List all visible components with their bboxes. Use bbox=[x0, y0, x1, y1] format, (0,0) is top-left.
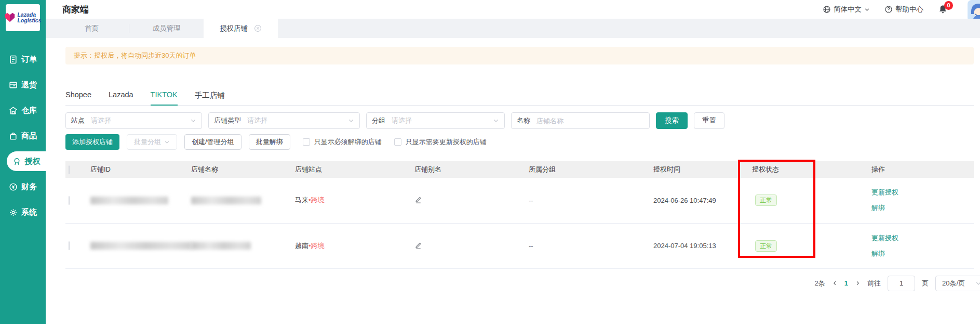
site-select[interactable]: 站点 请选择 bbox=[65, 112, 202, 129]
sidebar-item-returns[interactable]: 退货 bbox=[0, 72, 46, 98]
header-shop-site: 店铺站点 bbox=[291, 161, 410, 178]
tab-label: 授权店铺 bbox=[220, 24, 248, 33]
shop-name-input[interactable] bbox=[536, 117, 644, 125]
row-checkbox[interactable] bbox=[69, 241, 70, 250]
header-auth-status: 授权状态 bbox=[748, 161, 867, 178]
site-select-label: 站点 bbox=[71, 116, 85, 125]
shop-name-field: 名称 bbox=[511, 112, 650, 129]
table-row: 越南•跨境 -- 2024-07-04 19:05:13 正常 更新授权 解绑 bbox=[65, 223, 974, 268]
checkbox-label: 只显示需要更新授权的店铺 bbox=[406, 137, 487, 147]
sidebar-item-label: 退货 bbox=[21, 80, 37, 90]
checkbox-label: 只显示必须解绑的店铺 bbox=[314, 137, 382, 147]
group-select[interactable]: 分组 请选择 bbox=[366, 112, 505, 129]
page-size-value: 20条/页 bbox=[942, 279, 965, 288]
toolbar: 添加授权店铺 批量分组 创建/管理分组 批量解绑 只显示必须解绑的店铺 bbox=[65, 134, 974, 150]
sidebar-item-label: 财务 bbox=[21, 182, 37, 192]
chevron-down-icon bbox=[975, 280, 980, 287]
platform-tab-shopee[interactable]: Shopee bbox=[65, 90, 91, 105]
question-circle-icon bbox=[884, 5, 893, 14]
finance-icon bbox=[9, 183, 18, 191]
header-auth-time: 授权时间 bbox=[649, 161, 748, 178]
create-manage-group-button[interactable]: 创建/管理分组 bbox=[184, 134, 241, 150]
system-gear-icon bbox=[9, 208, 18, 217]
sidebar-item-system[interactable]: 系统 bbox=[0, 200, 46, 225]
lazada-logistics-logo: Lazada Logistics bbox=[6, 4, 40, 31]
goto-label: 前往 bbox=[867, 279, 881, 288]
shop-site: 马来•跨境 bbox=[291, 178, 410, 223]
sidebar-menu: 订单 退货 仓库 商品 授权 财务 bbox=[0, 47, 46, 225]
unbind-link[interactable]: 解绑 bbox=[871, 203, 885, 213]
tab-home[interactable]: 首页 bbox=[55, 19, 129, 38]
goto-page-input[interactable] bbox=[888, 276, 915, 291]
shop-group: -- bbox=[525, 223, 649, 268]
platform-tab-tiktok[interactable]: TIKTOK bbox=[151, 90, 178, 106]
table-row: 马来•跨境 -- 2024-06-26 10:47:49 正常 更新授权 解绑 bbox=[65, 178, 974, 223]
shop-type-select[interactable]: 店铺类型 请选择 bbox=[208, 112, 360, 129]
sidebar-item-label: 授权 bbox=[25, 157, 41, 166]
authorization-icon bbox=[12, 157, 21, 166]
sidebar-item-orders[interactable]: 订单 bbox=[0, 47, 46, 72]
update-auth-link[interactable]: 更新授权 bbox=[871, 234, 898, 243]
checkbox-show-must-unbind[interactable]: 只显示必须解绑的店铺 bbox=[303, 137, 382, 147]
help-label: 帮助中心 bbox=[895, 5, 923, 14]
header-shop-name: 店铺名称 bbox=[187, 161, 291, 178]
app: Lazada Logistics 订单 退货 仓库 商品 bbox=[0, 0, 980, 324]
edit-alias-icon[interactable] bbox=[414, 196, 422, 203]
alert-text: 提示：授权后，将自动同步近30天的订单 bbox=[74, 51, 196, 60]
platform-tab-manual[interactable]: 手工店铺 bbox=[195, 90, 225, 105]
redacted-shop-id bbox=[90, 242, 192, 250]
page-size-select[interactable]: 20条/页 bbox=[935, 276, 980, 291]
next-page-button[interactable] bbox=[855, 280, 861, 286]
group-select-placeholder: 请选择 bbox=[392, 116, 493, 125]
status-badge: 正常 bbox=[755, 240, 777, 252]
chevron-down-icon bbox=[164, 139, 170, 145]
edit-alias-icon[interactable] bbox=[414, 241, 422, 249]
page-unit: 页 bbox=[922, 279, 929, 288]
sidebar-item-products[interactable]: 商品 bbox=[0, 123, 46, 149]
tab-authorized-shops[interactable]: 授权店铺 bbox=[204, 19, 278, 38]
pagination-total: 2条 bbox=[815, 279, 825, 288]
products-icon bbox=[9, 132, 18, 140]
redacted-shop-name bbox=[191, 197, 261, 204]
notifications-button[interactable]: 0 bbox=[938, 5, 948, 15]
status-badge: 正常 bbox=[755, 195, 777, 206]
tab-member-management[interactable]: 成员管理 bbox=[129, 19, 204, 38]
batch-group-button[interactable]: 批量分组 bbox=[127, 134, 177, 150]
add-shop-label: 添加授权店铺 bbox=[72, 137, 113, 147]
sidebar-item-finance[interactable]: 财务 bbox=[0, 174, 46, 200]
content: 提示：授权后，将自动同步近30天的订单 Shopee Lazada TIKTOK… bbox=[46, 38, 980, 324]
select-all-checkbox[interactable] bbox=[69, 165, 70, 174]
topbar: 商家端 简体中文 帮助中心 0 bbox=[46, 0, 980, 19]
table-header-row: 店铺ID 店铺名称 店铺站点 店铺别名 所属分组 授权时间 授权状态 操作 bbox=[65, 161, 974, 178]
shop-group: -- bbox=[525, 178, 649, 223]
update-auth-link[interactable]: 更新授权 bbox=[871, 188, 898, 197]
chevron-down-icon bbox=[493, 118, 499, 124]
reset-button[interactable]: 重置 bbox=[694, 112, 724, 129]
auth-time: 2024-07-04 19:05:13 bbox=[649, 223, 748, 268]
platform-tab-lazada[interactable]: Lazada bbox=[109, 90, 133, 105]
checkbox-icon[interactable] bbox=[303, 138, 310, 146]
checkbox-icon[interactable] bbox=[394, 138, 401, 146]
chevron-down-icon bbox=[864, 7, 870, 12]
shops-table: 店铺ID 店铺名称 店铺站点 店铺别名 所属分组 授权时间 授权状态 操作 bbox=[65, 161, 974, 269]
current-page[interactable]: 1 bbox=[844, 279, 848, 287]
help-center-link[interactable]: 帮助中心 bbox=[884, 5, 923, 14]
group-select-label: 分组 bbox=[372, 116, 385, 125]
language-switcher[interactable]: 简体中文 bbox=[823, 5, 870, 14]
globe-icon bbox=[823, 5, 831, 14]
add-authorized-shop-button[interactable]: 添加授权店铺 bbox=[65, 134, 119, 150]
sidebar-item-authorization[interactable]: 授权 bbox=[7, 151, 46, 171]
unbind-link[interactable]: 解绑 bbox=[871, 249, 885, 258]
site-tag: •跨境 bbox=[308, 196, 325, 204]
site-name: 越南 bbox=[295, 242, 308, 250]
search-button[interactable]: 搜索 bbox=[656, 112, 688, 129]
checkbox-show-need-update[interactable]: 只显示需要更新授权的店铺 bbox=[394, 137, 487, 147]
prev-page-button[interactable] bbox=[832, 280, 838, 286]
sidebar-item-warehouse[interactable]: 仓库 bbox=[0, 98, 46, 123]
site-tag: •跨境 bbox=[308, 242, 325, 250]
tab-close-icon[interactable] bbox=[254, 24, 262, 32]
chevron-down-icon bbox=[348, 118, 354, 124]
batch-unbind-button[interactable]: 批量解绑 bbox=[249, 134, 290, 150]
logo-text: Lazada Logistics bbox=[17, 12, 41, 23]
row-checkbox[interactable] bbox=[69, 196, 70, 205]
